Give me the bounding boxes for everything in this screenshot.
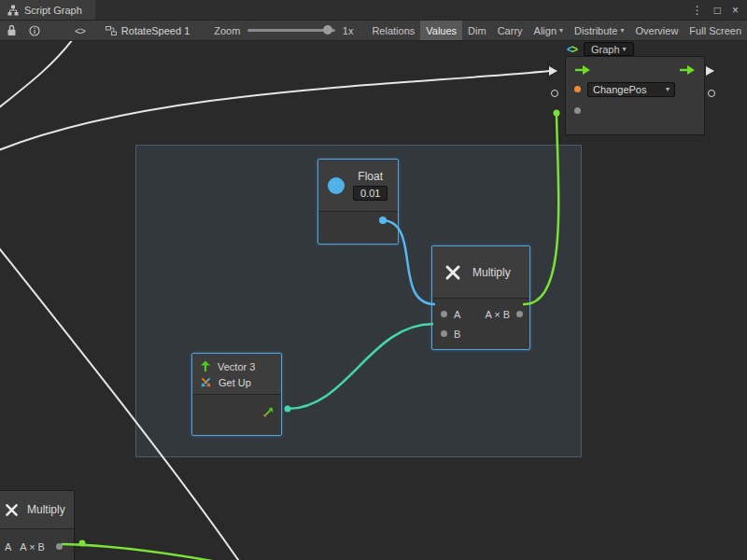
graph-dropdown[interactable]: Graph ▾ (584, 42, 634, 56)
zoom-label: Zoom (214, 25, 240, 36)
input-port-a[interactable] (441, 311, 447, 317)
zoom-value: 1x (343, 25, 354, 36)
flow-input-arrow-icon[interactable] (549, 66, 557, 76)
title-bar: Script Graph ⋮ □ × (0, 0, 747, 21)
multiply-header: Multiply (432, 246, 529, 298)
port-row-a: A A × B (0, 537, 74, 556)
node-title: Multiply (472, 266, 511, 279)
wire-endpoint-dot[interactable] (79, 540, 86, 547)
values-button[interactable]: Values (420, 21, 462, 41)
flow-arrow-out-icon[interactable] (679, 64, 696, 76)
graph-canvas[interactable]: <> Graph ▾ ChangePos ▾ (0, 41, 747, 560)
empty-port-ring[interactable] (708, 90, 715, 97)
port-row-a: A A × B (432, 304, 529, 324)
distribute-dropdown[interactable]: Distribute▾ (569, 21, 629, 41)
node-title: Float (358, 170, 383, 183)
flow-arrow-in-icon[interactable] (574, 64, 591, 76)
node-title: Multiply (27, 503, 65, 516)
flow-output-arrow-icon[interactable] (706, 66, 714, 76)
transform-arrows-icon (200, 377, 212, 388)
zoom-slider-handle[interactable] (323, 25, 332, 35)
port-row-b: B (432, 324, 529, 343)
node-multiply[interactable]: Multiply A A × B B (431, 245, 530, 350)
kebab-menu-icon[interactable]: ⋮ (692, 5, 703, 16)
up-arrow-icon (200, 360, 211, 372)
output-label: A × B (20, 541, 45, 553)
graph-breadcrumb[interactable]: RotateSpeed 1 (106, 25, 190, 36)
output-port[interactable] (56, 543, 63, 550)
overview-button[interactable]: Overview (630, 21, 684, 41)
align-dropdown[interactable]: Align▾ (529, 21, 569, 41)
vector3-output-icon[interactable] (262, 406, 275, 418)
output-label: A × B (485, 309, 510, 320)
info-icon[interactable] (29, 25, 40, 36)
changepos-dropdown[interactable]: ChangePos ▾ (587, 82, 675, 97)
node-title: Get Up (218, 377, 251, 388)
chevron-down-icon: ▾ (559, 26, 563, 35)
node-multiply-partial[interactable]: Multiply A A × B (0, 490, 75, 560)
graph-toolbar: <> RotateSpeed 1 Zoom 1x Relations Value… (0, 21, 747, 41)
tab-title: Script Graph (24, 5, 82, 16)
object-port[interactable] (574, 86, 581, 92)
maximize-icon[interactable]: □ (714, 5, 721, 16)
chevron-down-icon: ▾ (666, 85, 669, 93)
flow-port-row (566, 57, 704, 78)
script-graph-icon (7, 5, 19, 16)
visual-scripting-icon: <> (567, 43, 578, 56)
getup-body (192, 395, 281, 429)
script-graph-window: Script Graph ⋮ □ × <> (0, 0, 747, 560)
chevron-down-icon: ▾ (623, 45, 627, 53)
multiply-header: Multiply (0, 491, 74, 528)
flow-wire (0, 41, 73, 108)
changepos-row: ChangePos ▾ (566, 78, 704, 100)
dim-button[interactable]: Dim (462, 21, 492, 41)
float-value-input[interactable]: 0.01 (353, 186, 388, 201)
close-icon[interactable]: × (732, 5, 739, 16)
type-label: Vector 3 (218, 361, 255, 372)
empty-port-ring[interactable] (551, 90, 558, 97)
fullscreen-button[interactable]: Full Screen (684, 21, 747, 41)
node-get-up[interactable]: Vector 3 Get Up (191, 353, 282, 436)
output-port[interactable] (516, 311, 523, 317)
multiply-icon (4, 502, 20, 518)
relations-button[interactable]: Relations (366, 21, 420, 41)
input-port-b[interactable] (441, 330, 447, 337)
node-float[interactable]: Float 0.01 (317, 159, 399, 245)
multiply-icon (444, 263, 462, 282)
getup-header: Vector 3 Get Up (192, 354, 281, 394)
tab-script-graph[interactable]: Script Graph (0, 0, 95, 20)
chevron-down-icon: ▾ (621, 26, 625, 35)
window-controls: ⋮ □ × (692, 0, 747, 20)
graph-header: <> Graph ▾ (567, 41, 634, 57)
value-port[interactable] (574, 107, 581, 114)
carry-button[interactable]: Carry (492, 21, 529, 41)
flow-wire-into-graph-input (0, 71, 550, 151)
float-header: Float 0.01 (318, 160, 398, 211)
graph-breadcrumb-label: RotateSpeed 1 (121, 25, 190, 36)
divider (0, 528, 74, 529)
value-wire-bottom-multiply (62, 544, 222, 560)
float-type-icon (328, 177, 345, 194)
lock-icon[interactable] (7, 24, 17, 36)
value-port-row (566, 100, 704, 121)
wire-endpoint-dot[interactable] (554, 110, 560, 117)
graph-asset-icon (106, 25, 117, 36)
zoom-slider[interactable] (247, 29, 334, 32)
code-edit-icon[interactable]: <> (75, 25, 85, 36)
node-graph-io[interactable]: ChangePos ▾ (565, 56, 705, 135)
float-body (318, 212, 398, 244)
